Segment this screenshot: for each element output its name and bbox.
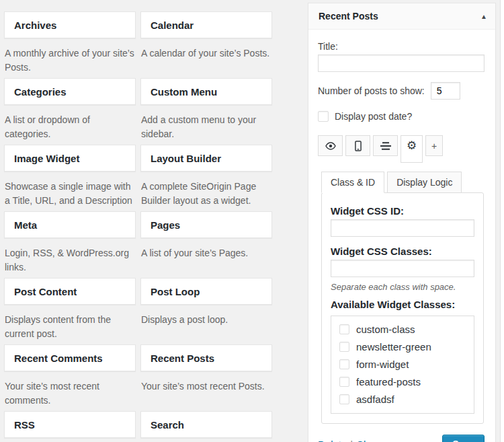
display-post-date-checkbox[interactable] [318, 111, 329, 122]
widget-card-post-content[interactable]: Post Content [4, 278, 136, 305]
widget-card-description: Your site’s most recent Posts. [141, 379, 271, 394]
widget-list-item: Recent Comments Your site’s most recent … [4, 344, 136, 411]
class-option-checkbox[interactable] [339, 324, 349, 334]
widget-list-item: Calendar A calendar of your site’s Posts… [140, 11, 272, 78]
class-option-row[interactable]: newsletter-green [339, 341, 466, 353]
preview-tab[interactable] [318, 135, 343, 156]
available-widgets-list: Archives A monthly archive of your site’… [4, 11, 273, 442]
title-input[interactable] [318, 54, 485, 72]
widget-card-layout-builder[interactable]: Layout Builder [140, 145, 272, 172]
widget-card-recent-posts[interactable]: Recent Posts [140, 344, 272, 371]
widget-panel-body: Title: Number of posts to show: Display … [308, 30, 495, 442]
widget-card-meta[interactable]: Meta [4, 211, 136, 238]
class-option-checkbox[interactable] [339, 377, 349, 387]
widget-card-description: Displays a post loop. [141, 313, 271, 327]
widget-card-title: Categories [14, 86, 67, 98]
widget-card-custom-menu[interactable]: Custom Menu [140, 78, 272, 105]
widget-list-item: Custom Menu Add a custom menu to your si… [140, 78, 272, 145]
widget-card-description: Displays content from the current post. [5, 313, 134, 341]
align-center-icon [380, 141, 392, 151]
class-option-checkbox[interactable] [339, 394, 349, 404]
widget-list-item: Post Content Displays content from the c… [4, 278, 136, 344]
widget-card-description: Add a custom menu to your sidebar. [141, 113, 271, 141]
close-link[interactable]: Close [356, 439, 382, 442]
link-separator: | [350, 439, 353, 442]
css-classes-label: Widget CSS Classes: [331, 246, 474, 257]
tab-class-and-id[interactable]: Class & ID [321, 172, 384, 193]
widget-card-title: Archives [14, 20, 56, 31]
widget-card-post-loop[interactable]: Post Loop [140, 278, 272, 305]
add-section-tab[interactable]: + [425, 135, 443, 156]
widget-card-title: Custom Menu [151, 86, 217, 98]
widget-card-title: Recent Posts [151, 353, 214, 364]
widget-card-search[interactable]: Search [140, 411, 272, 438]
widget-list-item: Post Loop Displays a post loop. [140, 278, 272, 344]
settings-subtabs: Class & ID Display Logic [321, 172, 485, 193]
class-option-label: featured-posts [356, 376, 421, 388]
widget-card-description: A calendar of your site’s Posts. [141, 46, 271, 61]
css-classes-note: Separate each class with space. [331, 282, 474, 292]
mobile-preview-tab[interactable] [345, 135, 370, 156]
widget-card-calendar[interactable]: Calendar [140, 11, 272, 38]
styles-tab[interactable] [373, 135, 398, 156]
widget-panel-header[interactable]: Recent Posts ▲ [308, 3, 495, 30]
class-option-row[interactable]: asdfadsf [339, 394, 466, 405]
save-button[interactable]: Save [442, 435, 485, 442]
css-id-label: Widget CSS ID: [331, 205, 474, 217]
widget-card-title: RSS [14, 419, 35, 431]
widget-form-toolbar: ⚙ + [318, 135, 485, 166]
widget-list-item: Pages A list of your site’s Pages. [140, 211, 272, 278]
widget-settings-panel: Recent Posts ▲ Title: Number of posts to… [308, 3, 496, 442]
widget-card-title: Pages [151, 219, 180, 231]
css-classes-input[interactable] [331, 260, 474, 277]
class-option-row[interactable]: featured-posts [339, 376, 466, 388]
widget-list-item: Image Widget Showcase a single image wit… [4, 145, 136, 211]
plus-icon: + [431, 141, 437, 151]
widget-list-item: Layout Builder A complete SiteOrigin Pag… [140, 145, 272, 211]
collapse-arrow-icon[interactable]: ▲ [480, 3, 487, 30]
widget-card-recent-comments[interactable]: Recent Comments [4, 344, 136, 371]
widget-card-description: Showcase a single image with a Title, UR… [5, 180, 134, 208]
widget-list-item: RSS [4, 411, 136, 442]
widget-card-title: Recent Comments [14, 353, 103, 364]
widget-list-item: Recent Posts Your site’s most recent Pos… [140, 344, 272, 411]
delete-link[interactable]: Delete [318, 439, 347, 442]
widget-card-description: A complete SiteOrigin Page Builder layou… [141, 180, 271, 208]
widget-card-description: A list or dropdown of categories. [5, 113, 134, 141]
widget-card-title: Image Widget [14, 153, 79, 164]
class-option-label: asdfadsf [356, 394, 394, 405]
eye-icon [325, 142, 336, 150]
widget-card-image-widget[interactable]: Image Widget [4, 145, 136, 172]
widget-card-rss[interactable]: RSS [4, 411, 136, 438]
settings-tab[interactable]: ⚙ [401, 135, 423, 163]
widget-panel-title: Recent Posts [319, 11, 378, 22]
widget-card-archives[interactable]: Archives [4, 11, 136, 38]
available-classes-label: Available Widget Classes: [331, 299, 474, 310]
widget-card-title: Search [151, 419, 184, 431]
class-option-row[interactable]: custom-class [339, 324, 466, 335]
available-classes-list: custom-class newsletter-green form-widge… [331, 316, 474, 414]
adjacent-sidebar-edge [500, 0, 504, 442]
widget-card-description: Your site’s most recent comments. [5, 379, 134, 408]
display-post-date-row[interactable]: Display post date? [318, 111, 485, 122]
class-option-checkbox[interactable] [339, 342, 349, 352]
css-id-input[interactable] [331, 219, 474, 237]
widget-card-title: Post Loop [151, 286, 200, 297]
num-posts-label: Number of posts to show: [318, 85, 425, 96]
widget-card-pages[interactable]: Pages [140, 211, 272, 238]
widget-list-item: Search [140, 411, 272, 442]
tab-display-logic[interactable]: Display Logic [387, 172, 462, 193]
num-posts-row: Number of posts to show: [318, 82, 485, 100]
footer-links: Delete|Close [318, 439, 382, 442]
widget-card-categories[interactable]: Categories [4, 78, 136, 105]
widget-card-title: Meta [14, 219, 37, 231]
widget-card-title: Calendar [151, 20, 194, 31]
class-option-checkbox[interactable] [339, 359, 349, 369]
num-posts-input[interactable] [431, 82, 460, 100]
class-option-label: newsletter-green [356, 341, 431, 353]
widget-card-title: Layout Builder [151, 153, 221, 164]
widget-card-title: Post Content [14, 286, 77, 297]
widget-list-item: Archives A monthly archive of your site’… [4, 11, 136, 78]
title-field-label: Title: [318, 41, 485, 52]
class-option-row[interactable]: form-widget [339, 359, 466, 370]
